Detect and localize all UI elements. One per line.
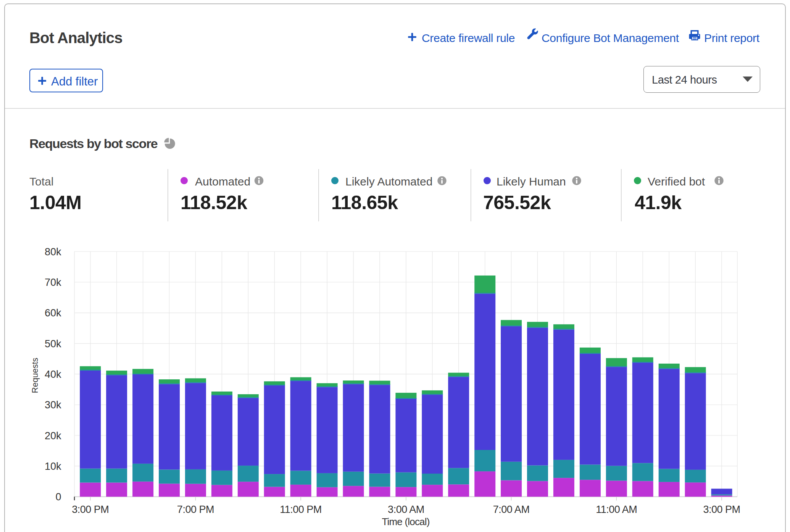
svg-text:7:00 PM: 7:00 PM bbox=[177, 504, 214, 515]
svg-text:20k: 20k bbox=[45, 430, 61, 442]
svg-text:40k: 40k bbox=[45, 369, 61, 380]
svg-text:11:00 PM: 11:00 PM bbox=[280, 504, 322, 515]
svg-text:70k: 70k bbox=[45, 277, 61, 288]
svg-text:3:00 PM: 3:00 PM bbox=[72, 504, 109, 515]
svg-text:3:00 AM: 3:00 AM bbox=[388, 504, 424, 515]
svg-text:50k: 50k bbox=[45, 338, 61, 350]
svg-text:Requests: Requests bbox=[30, 358, 40, 393]
svg-text:7:00 AM: 7:00 AM bbox=[493, 504, 530, 515]
svg-text:10k: 10k bbox=[45, 461, 61, 472]
svg-text:Time (local): Time (local) bbox=[382, 516, 429, 527]
svg-text:30k: 30k bbox=[45, 399, 61, 411]
svg-text:3:00 PM: 3:00 PM bbox=[703, 504, 740, 515]
svg-text:0: 0 bbox=[55, 491, 61, 503]
svg-text:11:00 AM: 11:00 AM bbox=[596, 504, 637, 515]
svg-text:80k: 80k bbox=[45, 246, 61, 258]
svg-text:60k: 60k bbox=[45, 307, 61, 319]
